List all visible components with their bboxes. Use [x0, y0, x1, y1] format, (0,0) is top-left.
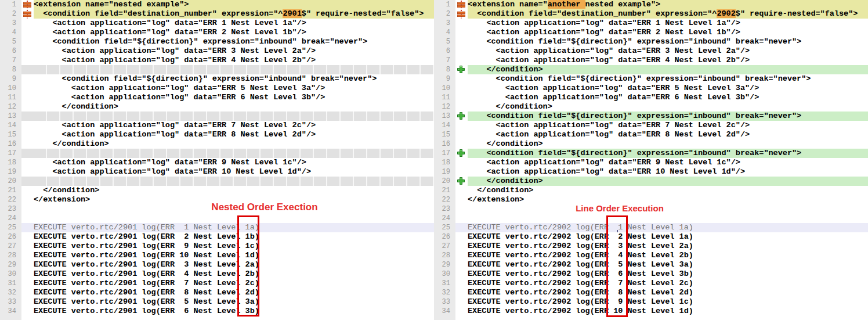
code-line[interactable]: 21 </condition> — [434, 186, 868, 195]
code-line[interactable]: 26EXECUTE verto.rtc/2902 log(ERR 2 Nest … — [434, 232, 868, 242]
code-line[interactable]: 9 <condition field="${direction}" expres… — [0, 74, 434, 84]
code-line[interactable]: 19 <action application="log" data="ERR 1… — [434, 167, 868, 177]
line-number: 15 — [0, 130, 21, 139]
code-text: EXECUTE verto.rtc/2901 log(ERR 2 Nest Le… — [34, 232, 434, 242]
line-number: 22 — [0, 195, 21, 204]
code-line[interactable]: 2 <condition field="destination_number" … — [0, 9, 434, 19]
code-line[interactable]: 12 </condition> — [434, 102, 868, 112]
gutter-cell — [455, 307, 468, 316]
code-line[interactable]: 28EXECUTE verto.rtc/2902 log(ERR 4 Nest … — [434, 251, 868, 260]
code-text — [34, 214, 434, 223]
code-line[interactable]: 18 <action application="log" data="ERR 9… — [0, 158, 434, 167]
code-line[interactable]: 17 — [0, 149, 434, 158]
code-line[interactable]: 16 </condition> — [434, 139, 868, 149]
code-line[interactable]: 7 <action application="log" data="ERR 4 … — [0, 56, 434, 65]
code-line[interactable]: 24 — [434, 214, 868, 223]
code-line[interactable]: 27EXECUTE verto.rtc/2901 log(ERR 9 Nest … — [0, 242, 434, 251]
code-line[interactable]: 28EXECUTE verto.rtc/2901 log(ERR 10 Nest… — [0, 251, 434, 260]
code-line[interactable]: 17 <condition field="${direction}" expre… — [434, 149, 868, 158]
code-text: <condition field="destination_number" ex… — [34, 9, 434, 19]
code-line[interactable]: 25EXECUTE verto.rtc/2902 log(ERR 1 Nest … — [434, 223, 868, 232]
code-text: <action application="log" data="ERR 7 Ne… — [468, 121, 868, 130]
code-line[interactable]: 24 — [0, 214, 434, 223]
line-number: 24 — [434, 214, 455, 223]
line-number: 21 — [434, 186, 455, 195]
code-text: <extension name="another nested example"… — [468, 0, 868, 9]
code-line[interactable]: 21 </condition> — [0, 186, 434, 195]
code-line[interactable]: 14 <action application="log" data="ERR 7… — [0, 121, 434, 130]
code-line[interactable]: 31EXECUTE verto.rtc/2902 log(ERR 7 Nest … — [434, 279, 868, 288]
code-line[interactable]: 15 <action application="log" data="ERR 8… — [434, 130, 868, 139]
code-line[interactable]: 3 <action application="log" data="ERR 1 … — [0, 19, 434, 28]
code-line[interactable]: 13 <condition field="${direction}" expre… — [434, 112, 868, 121]
code-line[interactable]: 31EXECUTE verto.rtc/2901 log(ERR 7 Nest … — [0, 279, 434, 288]
code-line[interactable]: 12 </condition> — [0, 102, 434, 112]
code-line[interactable]: 11 <action application="log" data="ERR 6… — [0, 93, 434, 102]
code-line[interactable]: 16 </condition> — [0, 139, 434, 149]
code-line[interactable]: 32EXECUTE verto.rtc/2902 log(ERR 8 Nest … — [434, 288, 868, 297]
code-line[interactable]: 29EXECUTE verto.rtc/2901 log(ERR 3 Nest … — [0, 260, 434, 269]
code-line[interactable]: 33EXECUTE verto.rtc/2901 log(ERR 5 Nest … — [0, 297, 434, 307]
code-line[interactable]: 5 <condition field="${direction}" expres… — [0, 37, 434, 46]
code-line[interactable]: 15 <action application="log" data="ERR 8… — [0, 130, 434, 139]
code-line[interactable]: 6 <action application="log" data="ERR 3 … — [434, 46, 868, 56]
code-line[interactable]: 4 <action application="log" data="ERR 2 … — [434, 28, 868, 37]
gutter-cell — [21, 242, 34, 251]
annotation-line-order-caption: Line Order Execution — [556, 203, 683, 213]
diff-added-icon — [455, 112, 468, 121]
code-line[interactable]: 26EXECUTE verto.rtc/2901 log(ERR 2 Nest … — [0, 232, 434, 242]
gutter-cell — [455, 242, 468, 251]
code-line[interactable]: 19 <action application="log" data="ERR 1… — [0, 167, 434, 177]
code-line[interactable]: 3 <action application="log" data="ERR 1 … — [434, 19, 868, 28]
code-line[interactable]: 1<extension name="nested example"> — [0, 0, 434, 9]
code-line[interactable]: 11 <action application="log" data="ERR 6… — [434, 93, 868, 102]
gutter-cell — [455, 232, 468, 242]
code-text: EXECUTE verto.rtc/2902 log(ERR 7 Nest Le… — [468, 279, 868, 288]
code-text: <action application="log" data="ERR 5 Ne… — [468, 84, 868, 93]
code-line[interactable]: 4 <action application="log" data="ERR 2 … — [0, 28, 434, 37]
code-line[interactable]: 30EXECUTE verto.rtc/2901 log(ERR 4 Nest … — [0, 269, 434, 279]
line-number: 33 — [0, 297, 21, 307]
code-line[interactable]: 33EXECUTE verto.rtc/2902 log(ERR 9 Nest … — [434, 297, 868, 307]
code-text: </condition> — [34, 139, 434, 149]
line-number: 13 — [434, 112, 455, 121]
line-number: 17 — [434, 149, 455, 158]
gutter-cell — [455, 167, 468, 177]
code-line[interactable]: 27EXECUTE verto.rtc/2902 log(ERR 3 Nest … — [434, 242, 868, 251]
code-line[interactable]: 18 <action application="log" data="ERR 9… — [434, 158, 868, 167]
gutter-cell — [21, 84, 34, 93]
code-line[interactable]: 14 <action application="log" data="ERR 7… — [434, 121, 868, 130]
code-line[interactable]: 8 — [0, 65, 434, 74]
code-text: EXECUTE verto.rtc/2901 log(ERR 1 Nest Le… — [34, 223, 434, 232]
code-line[interactable]: 9 <condition field="${direction}" expres… — [434, 74, 868, 84]
line-number: 14 — [434, 121, 455, 130]
line-number: 31 — [0, 279, 21, 288]
annotation-nested-order-caption: Nested Order Exection — [201, 202, 328, 213]
line-number: 11 — [434, 93, 455, 102]
code-line[interactable]: 32EXECUTE verto.rtc/2901 log(ERR 8 Nest … — [0, 288, 434, 297]
line-number: 4 — [434, 28, 455, 37]
code-line[interactable]: 10 <action application="log" data="ERR 5… — [434, 84, 868, 93]
code-line[interactable]: 34EXECUTE verto.rtc/2901 log(ERR 6 Nest … — [0, 307, 434, 316]
gutter-cell — [455, 121, 468, 130]
diff-added-icon — [455, 177, 468, 186]
code-line[interactable]: 7 <action application="log" data="ERR 4 … — [434, 56, 868, 65]
line-number: 12 — [434, 102, 455, 112]
code-line[interactable]: 30EXECUTE verto.rtc/2902 log(ERR 6 Nest … — [434, 269, 868, 279]
code-line[interactable]: 25EXECUTE verto.rtc/2901 log(ERR 1 Nest … — [0, 223, 434, 232]
code-line[interactable]: 34EXECUTE verto.rtc/2902 log(ERR 10 Nest… — [434, 307, 868, 316]
code-line[interactable]: 10 <action application="log" data="ERR 5… — [0, 84, 434, 93]
code-line[interactable]: 1<extension name="another nested example… — [434, 0, 868, 9]
code-text: <action application="log" data="ERR 9 Ne… — [468, 158, 868, 167]
code-line[interactable]: 6 <action application="log" data="ERR 3 … — [0, 46, 434, 56]
code-line[interactable]: 5 <condition field="${direction}" expres… — [434, 37, 868, 46]
code-line[interactable]: 29EXECUTE verto.rtc/2902 log(ERR 5 Nest … — [434, 260, 868, 269]
gutter-cell — [21, 149, 34, 158]
code-line[interactable]: 13 — [0, 112, 434, 121]
code-line[interactable]: 8 </condition> — [434, 65, 868, 74]
code-line[interactable]: 20 </condition> — [434, 177, 868, 186]
code-text: EXECUTE verto.rtc/2902 log(ERR 10 Nest L… — [468, 307, 868, 316]
code-line[interactable]: 20 — [0, 177, 434, 186]
code-line[interactable]: 2 <condition field="destination_number" … — [434, 9, 868, 19]
gutter-cell — [455, 260, 468, 269]
